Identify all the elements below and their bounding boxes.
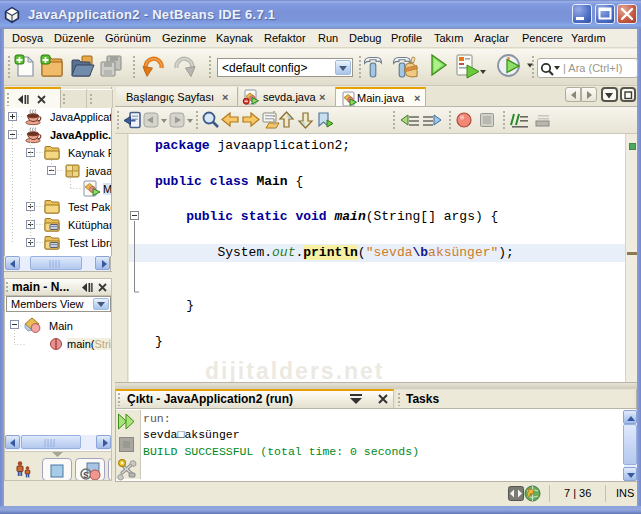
svg-text:s: s <box>83 469 89 480</box>
